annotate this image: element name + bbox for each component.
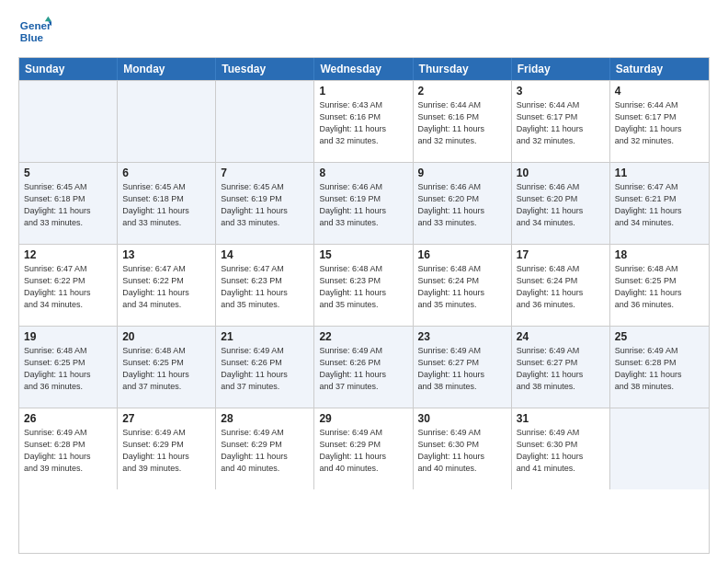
calendar-day: 31Sunrise: 6:49 AM Sunset: 6:30 PM Dayli… xyxy=(512,408,610,489)
day-number: 30 xyxy=(418,412,506,425)
calendar-day: 27Sunrise: 6:49 AM Sunset: 6:29 PM Dayli… xyxy=(118,408,216,489)
day-info: Sunrise: 6:49 AM Sunset: 6:30 PM Dayligh… xyxy=(418,427,506,475)
calendar-day: 4Sunrise: 6:44 AM Sunset: 6:17 PM Daylig… xyxy=(610,81,709,162)
calendar-empty xyxy=(19,81,118,162)
day-number: 22 xyxy=(319,330,407,343)
day-info: Sunrise: 6:44 AM Sunset: 6:17 PM Dayligh… xyxy=(517,99,605,147)
day-number: 5 xyxy=(24,167,112,179)
calendar-day: 7Sunrise: 6:45 AM Sunset: 6:19 PM Daylig… xyxy=(216,163,314,244)
calendar-empty xyxy=(216,81,314,162)
calendar-row: 12Sunrise: 6:47 AM Sunset: 6:22 PM Dayli… xyxy=(19,244,709,326)
calendar-day: 13Sunrise: 6:47 AM Sunset: 6:22 PM Dayli… xyxy=(118,245,216,326)
day-number: 27 xyxy=(122,412,210,425)
day-number: 17 xyxy=(517,248,605,261)
day-number: 15 xyxy=(319,248,407,261)
day-number: 25 xyxy=(615,330,704,343)
calendar-day: 10Sunrise: 6:46 AM Sunset: 6:20 PM Dayli… xyxy=(512,163,610,244)
svg-text:Blue: Blue xyxy=(20,31,44,43)
calendar-day: 25Sunrise: 6:49 AM Sunset: 6:28 PM Dayli… xyxy=(610,327,709,408)
calendar-day: 8Sunrise: 6:46 AM Sunset: 6:19 PM Daylig… xyxy=(314,163,413,244)
day-number: 6 xyxy=(122,167,210,179)
logo-icon: General Blue xyxy=(18,15,51,48)
calendar-day: 3Sunrise: 6:44 AM Sunset: 6:17 PM Daylig… xyxy=(512,81,610,162)
calendar-day: 5Sunrise: 6:45 AM Sunset: 6:18 PM Daylig… xyxy=(19,163,118,244)
day-info: Sunrise: 6:45 AM Sunset: 6:18 PM Dayligh… xyxy=(24,181,112,229)
day-info: Sunrise: 6:48 AM Sunset: 6:25 PM Dayligh… xyxy=(24,345,112,393)
calendar-day: 23Sunrise: 6:49 AM Sunset: 6:27 PM Dayli… xyxy=(414,327,512,408)
day-info: Sunrise: 6:49 AM Sunset: 6:29 PM Dayligh… xyxy=(221,427,309,475)
weekday-header: Thursday xyxy=(414,58,512,80)
calendar-day: 26Sunrise: 6:49 AM Sunset: 6:28 PM Dayli… xyxy=(19,408,118,489)
calendar-day: 22Sunrise: 6:49 AM Sunset: 6:26 PM Dayli… xyxy=(314,327,413,408)
calendar-day: 18Sunrise: 6:48 AM Sunset: 6:25 PM Dayli… xyxy=(610,245,709,326)
header: General Blue xyxy=(18,15,710,48)
day-number: 14 xyxy=(221,248,309,261)
day-info: Sunrise: 6:49 AM Sunset: 6:26 PM Dayligh… xyxy=(319,345,407,393)
day-info: Sunrise: 6:46 AM Sunset: 6:20 PM Dayligh… xyxy=(517,181,605,229)
calendar-day: 14Sunrise: 6:47 AM Sunset: 6:23 PM Dayli… xyxy=(216,245,314,326)
weekday-header: Monday xyxy=(118,58,216,80)
day-number: 19 xyxy=(24,330,112,343)
day-info: Sunrise: 6:48 AM Sunset: 6:25 PM Dayligh… xyxy=(615,263,704,311)
day-info: Sunrise: 6:47 AM Sunset: 6:23 PM Dayligh… xyxy=(221,263,309,311)
day-number: 4 xyxy=(615,85,704,98)
calendar-day: 19Sunrise: 6:48 AM Sunset: 6:25 PM Dayli… xyxy=(19,327,118,408)
day-info: Sunrise: 6:46 AM Sunset: 6:19 PM Dayligh… xyxy=(319,181,407,229)
calendar: SundayMondayTuesdayWednesdayThursdayFrid… xyxy=(18,57,710,554)
day-number: 16 xyxy=(418,248,506,261)
calendar-day: 30Sunrise: 6:49 AM Sunset: 6:30 PM Dayli… xyxy=(414,408,512,489)
weekday-header: Saturday xyxy=(610,58,709,80)
day-info: Sunrise: 6:49 AM Sunset: 6:28 PM Dayligh… xyxy=(24,427,112,475)
day-info: Sunrise: 6:49 AM Sunset: 6:28 PM Dayligh… xyxy=(615,345,704,393)
weekday-header: Wednesday xyxy=(314,58,413,80)
calendar-day: 6Sunrise: 6:45 AM Sunset: 6:18 PM Daylig… xyxy=(118,163,216,244)
day-number: 11 xyxy=(615,167,704,179)
calendar-day: 17Sunrise: 6:48 AM Sunset: 6:24 PM Dayli… xyxy=(512,245,610,326)
calendar-day: 11Sunrise: 6:47 AM Sunset: 6:21 PM Dayli… xyxy=(610,163,709,244)
day-info: Sunrise: 6:48 AM Sunset: 6:24 PM Dayligh… xyxy=(418,263,506,311)
day-info: Sunrise: 6:45 AM Sunset: 6:18 PM Dayligh… xyxy=(122,181,210,229)
calendar-day: 16Sunrise: 6:48 AM Sunset: 6:24 PM Dayli… xyxy=(414,245,512,326)
day-number: 29 xyxy=(319,412,407,425)
day-number: 26 xyxy=(24,412,112,425)
day-number: 10 xyxy=(517,167,605,179)
day-number: 2 xyxy=(418,85,506,98)
day-info: Sunrise: 6:43 AM Sunset: 6:16 PM Dayligh… xyxy=(319,99,407,147)
day-number: 7 xyxy=(221,167,309,179)
day-info: Sunrise: 6:47 AM Sunset: 6:22 PM Dayligh… xyxy=(122,263,210,311)
day-info: Sunrise: 6:49 AM Sunset: 6:27 PM Dayligh… xyxy=(418,345,506,393)
day-number: 20 xyxy=(122,330,210,343)
calendar-day: 12Sunrise: 6:47 AM Sunset: 6:22 PM Dayli… xyxy=(19,245,118,326)
weekday-header: Sunday xyxy=(19,58,118,80)
day-number: 24 xyxy=(517,330,605,343)
calendar-row: 5Sunrise: 6:45 AM Sunset: 6:18 PM Daylig… xyxy=(19,162,709,244)
calendar-day: 9Sunrise: 6:46 AM Sunset: 6:20 PM Daylig… xyxy=(414,163,512,244)
day-number: 18 xyxy=(615,248,704,261)
day-number: 8 xyxy=(319,167,407,179)
calendar-row: 26Sunrise: 6:49 AM Sunset: 6:28 PM Dayli… xyxy=(19,408,709,489)
calendar-day: 24Sunrise: 6:49 AM Sunset: 6:27 PM Dayli… xyxy=(512,327,610,408)
logo: General Blue xyxy=(18,15,51,48)
weekday-header: Friday xyxy=(512,58,610,80)
calendar-day: 21Sunrise: 6:49 AM Sunset: 6:26 PM Dayli… xyxy=(216,327,314,408)
day-number: 31 xyxy=(517,412,605,425)
day-info: Sunrise: 6:48 AM Sunset: 6:25 PM Dayligh… xyxy=(122,345,210,393)
day-info: Sunrise: 6:44 AM Sunset: 6:17 PM Dayligh… xyxy=(615,99,704,147)
day-number: 3 xyxy=(517,85,605,98)
day-info: Sunrise: 6:49 AM Sunset: 6:26 PM Dayligh… xyxy=(221,345,309,393)
day-info: Sunrise: 6:45 AM Sunset: 6:19 PM Dayligh… xyxy=(221,181,309,229)
day-number: 9 xyxy=(418,167,506,179)
calendar-row: 19Sunrise: 6:48 AM Sunset: 6:25 PM Dayli… xyxy=(19,326,709,408)
day-number: 28 xyxy=(221,412,309,425)
day-number: 1 xyxy=(319,85,407,98)
day-info: Sunrise: 6:49 AM Sunset: 6:29 PM Dayligh… xyxy=(122,427,210,475)
day-info: Sunrise: 6:48 AM Sunset: 6:23 PM Dayligh… xyxy=(319,263,407,311)
day-info: Sunrise: 6:49 AM Sunset: 6:29 PM Dayligh… xyxy=(319,427,407,475)
day-number: 12 xyxy=(24,248,112,261)
calendar-day: 28Sunrise: 6:49 AM Sunset: 6:29 PM Dayli… xyxy=(216,408,314,489)
day-info: Sunrise: 6:46 AM Sunset: 6:20 PM Dayligh… xyxy=(418,181,506,229)
day-info: Sunrise: 6:49 AM Sunset: 6:27 PM Dayligh… xyxy=(517,345,605,393)
calendar-empty xyxy=(118,81,216,162)
day-info: Sunrise: 6:44 AM Sunset: 6:16 PM Dayligh… xyxy=(418,99,506,147)
day-number: 21 xyxy=(221,330,309,343)
